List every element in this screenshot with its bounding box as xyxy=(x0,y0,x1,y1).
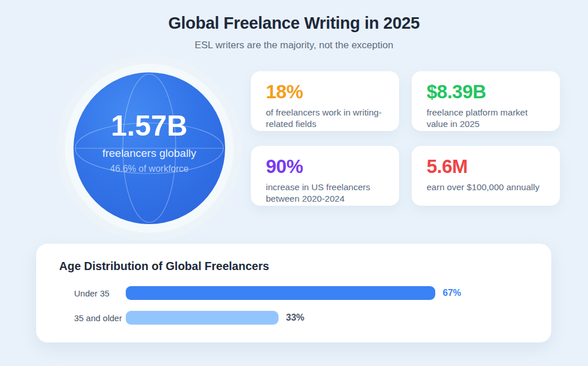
globe-text-block: 1.57B freelancers globally 46.6% of work… xyxy=(102,109,196,174)
stat-card-writing-fields: 18% of freelancers work in writing-relat… xyxy=(251,71,399,131)
page-title: Global Freelance Writing in 2025 xyxy=(0,14,588,33)
stat-card-us-increase: 90% increase in US freelancers between 2… xyxy=(251,146,399,206)
bar-35-and-older xyxy=(126,311,278,325)
bar-category-label: 35 and older xyxy=(74,313,126,323)
stat-value: $8.39B xyxy=(427,81,546,103)
globe-stat-label: freelancers globally xyxy=(102,147,196,160)
stat-value: 90% xyxy=(266,156,385,178)
stat-card-market-value: $8.39B freelance platform market value i… xyxy=(412,71,560,131)
header: Global Freelance Writing in 2025 ESL wri… xyxy=(0,14,588,51)
bar-value-label: 67% xyxy=(443,288,461,298)
age-distribution-chart-card: Age Distribution of Global Freelancers U… xyxy=(36,244,551,342)
bar-value-label: 33% xyxy=(286,313,304,323)
bar-category-label: Under 35 xyxy=(74,288,126,298)
bar-row-under-35: Under 35 67% xyxy=(74,286,461,300)
stat-description: increase in US freelancers between 2020-… xyxy=(266,182,385,205)
globe-stat-value: 1.57B xyxy=(102,109,196,142)
globe-stat-sublabel: 46.6% of workforce xyxy=(102,164,196,174)
page-subtitle: ESL writers are the majority, not the ex… xyxy=(0,40,588,51)
stat-card-high-earners: 5.6M earn over $100,000 annually xyxy=(412,146,560,206)
stat-value: 5.6M xyxy=(427,156,546,178)
globe-graphic: 1.57B freelancers globally 46.6% of work… xyxy=(74,72,225,224)
stat-description: freelance platform market value in 2025 xyxy=(427,107,546,130)
stat-description: of freelancers work in writing-related f… xyxy=(266,107,385,130)
stat-description: earn over $100,000 annually xyxy=(427,182,546,193)
stat-value: 18% xyxy=(266,81,385,103)
chart-title: Age Distribution of Global Freelancers xyxy=(59,260,269,273)
bar-row-35-and-older: 35 and older 33% xyxy=(74,311,304,325)
bar-under-35 xyxy=(126,286,435,300)
